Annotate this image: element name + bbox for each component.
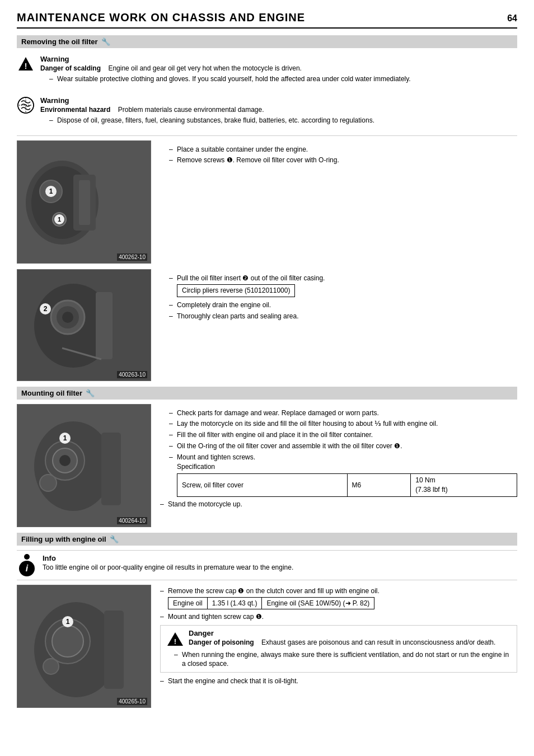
info-content: Info Too little engine oil or poor-quali… [43,554,293,571]
image-col-4: 1 400265-10 [17,585,151,708]
section-label: Filling up with engine oil [21,535,106,543]
filling-section: 1 400265-10 Remove the screw cap ❶ on th… [17,585,517,708]
svg-text:!: ! [174,637,176,646]
svg-point-33 [40,475,57,491]
list-item: Oil the O-ring of the oil filter cover a… [169,442,517,451]
info-text: Too little engine oil or poor-quality en… [43,564,293,571]
list-item: Thoroughly clean parts and sealing area. [169,312,517,321]
svg-text:1: 1 [66,618,70,626]
svg-text:1: 1 [58,216,61,223]
list-item: Remove screws ❶. Remove oil filter cover… [169,156,517,165]
warning-env-body: Environmental hazard Problem materials c… [40,106,517,114]
section-label: Mounting oil filter [21,389,82,397]
danger-triangle-icon: ! [166,630,184,648]
removing-step1-section: 1 1 400262-10 Place a suitable container… [17,140,517,264]
info-icon: i [19,561,35,576]
warning-env-steps: Dispose of oil, grease, filters, fuel, c… [40,116,517,125]
removing-steps-2: Pull the oil filter insert ❷ out of the … [160,274,517,321]
spec-table: Screw, oil filter cover M6 10 Nm (7.38 l… [177,473,517,497]
list-item: Dispose of oil, grease, filters, fuel, c… [49,116,517,125]
page-header: MAINTENANCE WORK ON CHASSIS AND ENGINE 6… [17,11,517,29]
svg-point-22 [62,312,73,323]
svg-text:1: 1 [49,187,53,195]
image-label-2: 400263-10 [117,371,147,378]
oil-table: Engine oil 1.35 l (1.43 qt.) Engine oil … [168,597,374,609]
svg-rect-12 [79,180,90,225]
warning-env-title: Warning [40,96,517,105]
image-col-1: 1 1 400262-10 [17,140,151,264]
list-item: Wear suitable protective clothing and gl… [49,74,517,84]
engine-image-4: 1 400265-10 [17,585,151,708]
list-item: Lay the motorcycle on its side and fill … [169,419,517,429]
oil-col1: Engine oil [168,597,208,609]
warning-scalding-body: Danger of scalding Engine oil and gear o… [40,64,517,72]
image-label-1: 400262-10 [117,253,147,261]
svg-rect-25 [96,292,113,359]
list-item: Place a suitable container under the eng… [169,145,517,154]
image-col-3: 1 400264-10 [17,404,151,527]
danger-title: Danger [189,629,495,637]
warning-scalding-steps: Wear suitable protective clothing and gl… [40,74,517,84]
tool-box: Circlip pliers reverse (51012011000) [177,284,295,297]
engine-image-2: 2 400263-10 [17,269,151,381]
oil-col3: Engine oil (SAE 10W/50) (➜ P. 82) [262,597,374,609]
image-label-4: 400265-10 [117,698,147,705]
svg-rect-40 [104,611,124,689]
svg-text:!: ! [25,62,27,71]
filling-last-step: Start the engine and check that it is oi… [160,677,517,685]
image-label-3: 400264-10 [117,517,147,524]
filling-step2: Mount and tighten screw cap ❶. [160,613,517,621]
svg-point-41 [43,659,59,674]
divider1 [17,135,517,136]
mounting-section: 1 400264-10 Check parts for damage and w… [17,404,517,527]
list-item: Mount and tighten screws. Specification … [169,453,517,497]
svg-text:2: 2 [44,305,48,313]
spec-col2: M6 [347,474,411,497]
svg-rect-32 [101,433,121,505]
section-label: Removing the oil filter [21,37,98,46]
danger-box: ! Danger Danger of poisoning Exhaust gas… [160,625,517,673]
svg-point-39 [52,626,83,657]
warning-scalding-title: Warning [40,55,517,63]
svg-point-31 [59,455,71,466]
spec-col1: Screw, oil filter cover [177,474,348,497]
wrench-icon: 🔧 [86,389,95,397]
section-mounting-oil-filter: Mounting oil filter 🔧 [17,387,517,400]
instructions-col-2: Pull the oil filter insert ❷ out of the … [160,269,517,381]
wrench-icon: 🔧 [101,37,110,46]
page-title: MAINTENANCE WORK ON CHASSIS AND ENGINE [17,11,305,24]
spec-col3: 10 Nm (7.38 lbf ft) [411,474,517,497]
warning-scalding: ! Warning Danger of scalding Engine oil … [17,53,517,90]
list-item: Pull the oil filter insert ❷ out of the … [169,274,517,299]
instructions-col-4: Remove the screw cap ❶ on the clutch cov… [160,585,517,708]
svg-text:1: 1 [63,434,67,442]
instructions-col-1: Place a suitable container under the eng… [160,140,517,264]
removing-steps-1: Place a suitable container under the eng… [160,145,517,166]
environmental-icon [17,96,35,114]
wrench-icon: 🔧 [110,535,119,543]
mounting-steps: Check parts for damage and wear. Replace… [160,408,517,497]
info-title: Info [43,554,293,562]
info-box: i Info Too little engine oil or poor-qua… [17,550,517,580]
danger-body: Danger of poisoning Exhaust gases are po… [189,638,495,646]
danger-sub-step: When running the engine, always make sur… [166,650,511,669]
list-item: Check parts for damage and wear. Replace… [169,408,517,418]
section-filling-engine-oil: Filling up with engine oil 🔧 [17,533,517,546]
oil-col2: 1.35 l (1.43 qt.) [207,597,262,609]
warning-triangle-icon: ! [17,55,35,73]
warning-environmental: Warning Environmental hazard Problem mat… [17,94,517,131]
info-dot [24,554,30,560]
engine-image-1: 1 1 400262-10 [17,140,151,264]
page-number: 64 [507,13,517,24]
image-col-2: 2 400263-10 [17,269,151,381]
engine-image-3: 1 400264-10 [17,404,151,527]
filling-step1: Remove the screw cap ❶ on the clutch cov… [160,587,517,595]
section-removing-oil-filter: Removing the oil filter 🔧 [17,35,517,48]
instructions-col-3: Check parts for damage and wear. Replace… [160,404,517,527]
removing-step2-section: 2 400263-10 Pull the oil filter insert ❷… [17,269,517,381]
mounting-last-step: Stand the motorcycle up. [160,500,517,508]
list-item: Completely drain the engine oil. [169,300,517,310]
list-item: Fill the oil filter with engine oil and … [169,430,517,440]
